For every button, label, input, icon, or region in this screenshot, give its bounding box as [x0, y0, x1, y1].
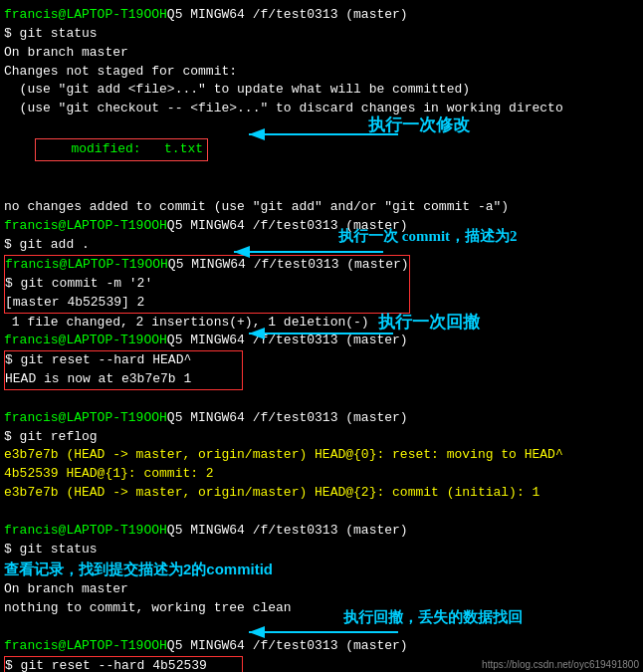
- commit-block: francis@LAPTOP-T19OOHQ5 MINGW64 /f/test0…: [4, 255, 410, 314]
- line-18-out: HEAD is now at e3b7e7b 1: [5, 370, 242, 389]
- line-1: francis@LAPTOP-T19OOHQ5 MINGW64 /f/test0…: [4, 6, 639, 25]
- line-23: 4b52539 HEAD@{1}: commit: 2: [4, 465, 639, 484]
- line-3: On branch master: [4, 44, 639, 63]
- line-4: Changes not staged for commit:: [4, 63, 639, 82]
- line-14-out: [master 4b52539] 2: [5, 294, 409, 313]
- line-10: francis@LAPTOP-T19OOHQ5 MINGW64 /f/test0…: [4, 217, 639, 236]
- line-11: $ git add .: [4, 236, 639, 255]
- line-8: [4, 180, 639, 199]
- modified-box: modified: t.txt: [35, 138, 208, 161]
- terminal: francis@LAPTOP-T19OOHQ5 MINGW64 /f/test0…: [0, 0, 643, 672]
- line-22: e3b7e7b (HEAD -> master, origin/master) …: [4, 446, 639, 465]
- line-24: e3b7e7b (HEAD -> master, origin/master) …: [4, 484, 639, 503]
- watermark: https://blog.csdn.net/oyc619491800: [482, 659, 639, 670]
- line-2: $ git status: [4, 25, 639, 44]
- line-13-cmd: $ git commit -m '2': [5, 275, 409, 294]
- line-27-cmd: $ git status: [4, 541, 639, 560]
- line-33-cmd: $ git reset --hard 4b52539: [5, 657, 242, 672]
- line-12-prompt: francis@LAPTOP-T19OOHQ5 MINGW64 /f/test0…: [5, 256, 409, 275]
- line-19: [4, 390, 639, 409]
- line-32-prompt: francis@LAPTOP-T19OOHQ5 MINGW64 /f/test0…: [4, 637, 639, 656]
- line-9: no changes added to commit (use "git add…: [4, 198, 639, 217]
- line-25: [4, 503, 639, 522]
- line-7-modified: modified: t.txt: [4, 119, 639, 180]
- line-20-prompt: francis@LAPTOP-T19OOHQ5 MINGW64 /f/test0…: [4, 409, 639, 428]
- final-reset-block: $ git reset --hard 4b52539 HEAD is now a…: [4, 656, 243, 672]
- line-5: (use "git add <file>..." to update what …: [4, 81, 639, 100]
- line-21-cmd: $ git reflog: [4, 428, 639, 447]
- line-30: nothing to commit, working tree clean: [4, 599, 639, 618]
- line-29: On branch master: [4, 580, 639, 599]
- line-17-cmd: $ git reset --hard HEAD^: [5, 351, 242, 370]
- line-28-annotation: 查看记录，找到提交描述为2的commitid: [4, 559, 639, 580]
- line-6: (use "git checkout -- <file>..." to disc…: [4, 100, 639, 118]
- line-15: 1 file changed, 2 insertions(+), 1 delet…: [4, 314, 639, 333]
- line-26-prompt: francis@LAPTOP-T19OOHQ5 MINGW64 /f/test0…: [4, 522, 639, 541]
- line-31: [4, 618, 639, 637]
- line-16-prompt: francis@LAPTOP-T19OOHQ5 MINGW64 /f/test0…: [4, 332, 639, 350]
- reset-block: $ git reset --hard HEAD^ HEAD is now at …: [4, 350, 243, 390]
